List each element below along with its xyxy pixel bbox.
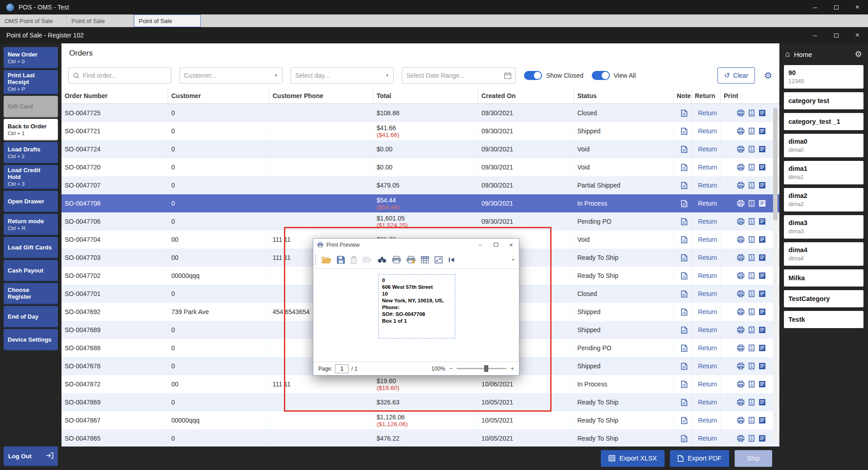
print-receipt-icon[interactable] [737, 381, 745, 388]
print-receipt-icon[interactable] [737, 164, 745, 171]
open-file-icon[interactable] [321, 256, 331, 263]
print-receipt-icon[interactable] [737, 435, 745, 442]
return-link[interactable]: Return [698, 417, 717, 424]
print-receipt-icon[interactable] [737, 326, 745, 334]
table-row[interactable]: SO-0047869 0 $326.63 10/05/2021 Ready To… [61, 393, 779, 411]
print-label-icon[interactable] [748, 127, 755, 135]
note-icon[interactable] [681, 182, 688, 189]
print-label-icon[interactable] [748, 290, 755, 297]
return-link[interactable]: Return [698, 164, 717, 171]
sidebar-button[interactable]: Load Credit Hold Ctrl + 3 [4, 165, 58, 188]
note-icon[interactable] [681, 272, 688, 280]
sidebar-button[interactable]: End of Day [4, 306, 58, 327]
sidebar-button[interactable]: Print Last Receipt Ctrl + P [4, 70, 58, 94]
print-label-icon[interactable] [748, 164, 755, 171]
print-document-icon[interactable] [759, 146, 766, 153]
select-day-dropdown[interactable]: Select day... ▼ [291, 67, 394, 84]
print-document-icon[interactable] [759, 218, 766, 225]
tab[interactable]: Point of Sale × [134, 14, 201, 27]
category-card[interactable]: dima1 dima1 [784, 161, 863, 184]
register-close-button[interactable]: × [847, 27, 868, 43]
return-link[interactable]: Return [698, 290, 717, 297]
print-receipt-icon[interactable] [737, 236, 745, 243]
print-label-icon[interactable] [748, 146, 755, 153]
column-header[interactable]: Note [674, 88, 692, 103]
print-document-icon[interactable] [759, 254, 766, 261]
dialog-close-button[interactable]: × [505, 240, 517, 249]
find-order-input[interactable] [83, 72, 167, 79]
toolbar-overflow-icon[interactable]: ▼ [512, 258, 516, 262]
zoom-out-icon[interactable]: − [449, 365, 453, 372]
return-link[interactable]: Return [698, 381, 717, 388]
table-row[interactable]: SO-0047724 0 $0.00 09/30/2021 Void [61, 140, 779, 158]
print-label-icon[interactable] [748, 182, 755, 189]
print-label-icon[interactable] [748, 272, 755, 279]
page-number-input[interactable] [335, 364, 349, 373]
view-all-toggle[interactable] [592, 71, 610, 80]
category-card[interactable]: Testk [784, 311, 863, 328]
print-label-icon[interactable] [748, 362, 755, 370]
dialog-maximize-button[interactable] [490, 240, 502, 249]
print-document-icon[interactable] [759, 109, 766, 117]
print-label-icon[interactable] [748, 435, 755, 442]
print-document-icon[interactable] [759, 399, 766, 406]
print-receipt-icon[interactable] [737, 417, 745, 424]
print-document-icon[interactable] [759, 344, 766, 352]
print-document-icon[interactable] [759, 362, 766, 370]
print-label-icon[interactable] [748, 308, 755, 315]
note-icon[interactable] [681, 308, 688, 316]
save-icon[interactable] [337, 256, 345, 264]
print-receipt-icon[interactable] [737, 218, 745, 225]
category-card[interactable]: dima2 dima2 [784, 188, 863, 212]
print-receipt-icon[interactable] [737, 308, 745, 315]
dialog-minimize-button[interactable]: ─ [474, 240, 486, 249]
clear-filters-button[interactable]: ↺ Clear [717, 67, 755, 84]
sidebar-button[interactable]: Choose Register [4, 283, 58, 304]
return-link[interactable]: Return [698, 326, 717, 334]
column-header[interactable]: Print [721, 88, 779, 103]
category-card[interactable]: dima0 dima0 [784, 134, 863, 157]
category-card[interactable]: category_test _1 [784, 113, 863, 130]
export-xlsx-button[interactable]: Export XLSX [601, 450, 665, 467]
sidebar-button[interactable]: Gift Card [4, 96, 58, 117]
print-document-icon[interactable] [759, 326, 766, 334]
table-view-icon[interactable] [421, 256, 429, 263]
note-icon[interactable] [681, 164, 688, 171]
return-link[interactable]: Return [698, 182, 717, 189]
note-icon[interactable] [681, 254, 688, 262]
return-link[interactable]: Return [698, 435, 717, 442]
tab[interactable]: Point of Sale × [67, 14, 134, 27]
close-button[interactable]: × [847, 0, 868, 14]
print-label-icon[interactable] [748, 254, 755, 261]
print-label-icon[interactable] [748, 417, 755, 424]
return-link[interactable]: Return [698, 146, 717, 153]
print-document-icon[interactable] [759, 272, 766, 279]
note-icon[interactable] [681, 344, 688, 352]
date-range-field[interactable]: Select Date Range... [402, 67, 516, 84]
print-label-icon[interactable] [748, 399, 755, 406]
print-document-icon[interactable] [759, 236, 766, 243]
note-icon[interactable] [681, 326, 688, 334]
column-header[interactable]: Created On [478, 88, 574, 103]
print-receipt-icon[interactable] [737, 399, 745, 406]
zoom-slider-thumb[interactable] [484, 365, 488, 372]
note-icon[interactable] [681, 417, 688, 424]
sidebar-button[interactable]: New Order Ctrl + 0 [4, 47, 58, 68]
export-pdf-button[interactable]: Export PDF [670, 450, 729, 467]
table-row[interactable]: SO-0047872 00 111 11 $19.60 ($19.60) 10/… [61, 375, 779, 393]
print-document-icon[interactable] [759, 381, 766, 388]
print-icon[interactable] [392, 256, 401, 263]
return-link[interactable]: Return [698, 200, 717, 207]
print-label-icon[interactable] [748, 381, 755, 388]
print-document-icon[interactable] [759, 164, 766, 171]
return-link[interactable]: Return [698, 127, 717, 135]
table-row[interactable]: SO-0047867 00000qqq $1,126.06 ($1,126.06… [61, 411, 779, 429]
print-receipt-icon[interactable] [737, 200, 745, 207]
table-row[interactable]: SO-0047706 0 $1,601.05 ($1,524.25) 09/30… [61, 212, 779, 230]
sidebar-button[interactable]: Cash Payout [4, 260, 58, 281]
filter-settings-gear-icon[interactable]: ⚙ [764, 70, 772, 81]
print-receipt-icon[interactable] [737, 254, 745, 261]
sidebar-button[interactable]: Open Drawer [4, 191, 58, 212]
category-card[interactable]: dima3 dima3 [784, 215, 863, 239]
column-header[interactable]: Status [574, 88, 674, 103]
